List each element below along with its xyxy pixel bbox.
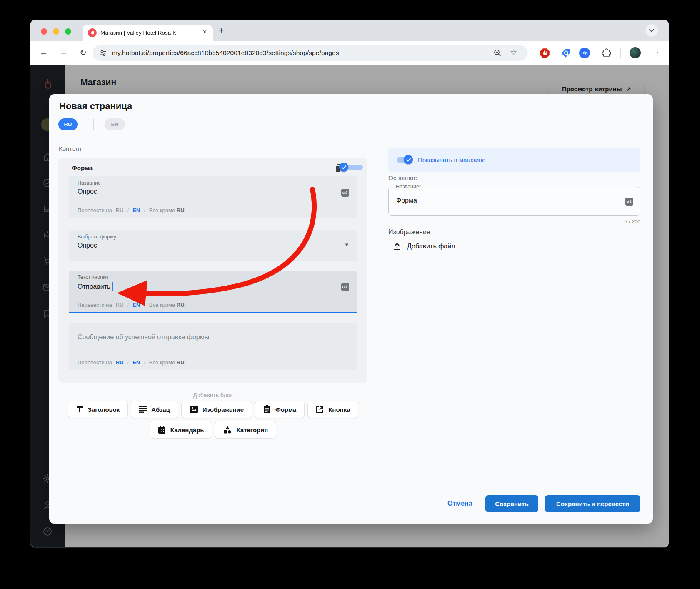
tab-strip: Магазин | Valley Hotel Rosa K × + bbox=[30, 20, 669, 41]
browser-tab[interactable]: Магазин | Valley Hotel Rosa K × bbox=[82, 25, 212, 41]
tab-list-button[interactable] bbox=[645, 24, 658, 37]
add-image-button[interactable]: Изображение bbox=[181, 401, 252, 418]
button-icon bbox=[316, 406, 324, 414]
zoom-out-icon[interactable] bbox=[493, 49, 502, 59]
browser-toolbar: ← → ↻ my.hotbot.ai/properties/66acc810bb… bbox=[30, 41, 669, 65]
bookmark-star-icon[interactable]: ☆ bbox=[510, 48, 517, 57]
lang-tab-en[interactable]: EN bbox=[105, 118, 125, 130]
translate-to-ru[interactable]: RU bbox=[116, 359, 124, 366]
tab-title: Магазин | Valley Hotel Rosa K bbox=[100, 30, 198, 36]
field-value: Форма bbox=[396, 197, 417, 204]
close-button[interactable] bbox=[41, 28, 47, 35]
block-name-field[interactable]: Название Опрос G文 Перевести на RU / EN /… bbox=[69, 176, 357, 218]
add-file-button[interactable]: Добавить файл bbox=[392, 242, 455, 251]
site-favicon-icon bbox=[88, 28, 97, 37]
chevron-down-icon bbox=[649, 29, 654, 32]
header-divider bbox=[49, 140, 653, 140]
profile-avatar[interactable] bbox=[630, 47, 641, 58]
maximize-button[interactable] bbox=[65, 28, 71, 35]
category-icon bbox=[223, 426, 232, 434]
select-form-field[interactable]: Выбрать форму Опрос ▾ bbox=[69, 230, 357, 261]
add-block-label: Добавить блок bbox=[58, 392, 368, 399]
add-calendar-button[interactable]: Календарь bbox=[150, 421, 212, 439]
add-block-row-1: Заголовок Абзац Изображение Форма Кнопка bbox=[58, 401, 368, 418]
new-tab-button[interactable]: + bbox=[219, 25, 224, 35]
price-tag-extension-icon[interactable] bbox=[560, 47, 571, 59]
image-icon bbox=[190, 405, 198, 414]
add-paragraph-button[interactable]: Абзац bbox=[131, 401, 178, 418]
page-name-field[interactable]: Название* Форма G文 bbox=[388, 187, 640, 216]
basic-section-label: Основное bbox=[388, 174, 417, 181]
address-bar[interactable]: my.hotbot.ai/properties/66acc810bb540200… bbox=[92, 45, 528, 61]
add-category-button[interactable]: Категория bbox=[215, 421, 276, 439]
field-value: Опрос bbox=[78, 188, 97, 195]
images-section-label: Изображения bbox=[388, 228, 430, 236]
reload-icon[interactable]: ↻ bbox=[80, 48, 87, 58]
site-settings-icon[interactable] bbox=[99, 49, 107, 59]
field-label: Название bbox=[78, 180, 101, 186]
lang-tab-ru[interactable]: RU bbox=[58, 118, 78, 130]
lang-divider bbox=[93, 119, 94, 130]
browser-menu-icon[interactable]: ⋮ bbox=[654, 48, 661, 57]
text-cursor bbox=[112, 282, 113, 291]
translate-row: Перевести на RU / EN / Все кроме RU bbox=[78, 207, 185, 213]
dropdown-caret-icon[interactable]: ▾ bbox=[345, 241, 348, 248]
forward-icon[interactable]: → bbox=[60, 48, 68, 57]
new-page-dialog: Новая страница RU EN Контент Форма bbox=[49, 94, 653, 524]
translate-row: Перевести на RU / EN / Все кроме RU bbox=[78, 302, 185, 308]
field-value: Опрос bbox=[78, 242, 97, 249]
translate-icon[interactable]: G文 bbox=[625, 198, 633, 206]
translate-all-except[interactable]: Все кроме RU bbox=[149, 302, 185, 308]
success-message-field[interactable]: Сообщение об успешной отправке формы Пер… bbox=[69, 323, 357, 370]
translate-icon[interactable]: G文 bbox=[341, 283, 349, 291]
translate-to-en[interactable]: EN bbox=[132, 359, 140, 366]
content-section-label: Контент bbox=[59, 145, 82, 152]
field-label: Выбрать форму bbox=[78, 234, 116, 240]
back-icon[interactable]: ← bbox=[40, 48, 48, 57]
form-block-card: Форма Название Опрос G文 Перевести н bbox=[58, 158, 368, 383]
adblock-extension-icon[interactable] bbox=[539, 47, 550, 59]
heading-icon bbox=[76, 406, 83, 413]
translate-to-ru[interactable]: RU bbox=[116, 302, 124, 308]
translate-all-except[interactable]: Все кроме RU bbox=[149, 359, 185, 366]
field-placeholder: Сообщение об успешной отправке формы bbox=[78, 333, 209, 341]
puzzle-extensions-icon[interactable] bbox=[600, 47, 611, 59]
translate-all-except[interactable]: Все кроме RU bbox=[149, 207, 185, 213]
cancel-button[interactable]: Отмена bbox=[448, 500, 472, 507]
button-text-field[interactable]: Текст кнопки Отправить G文 Перевести на R… bbox=[69, 271, 357, 313]
toggle-thumb-check-icon bbox=[339, 163, 348, 172]
minimize-button[interactable] bbox=[53, 28, 59, 35]
toolbar-divider bbox=[620, 48, 621, 58]
form-icon bbox=[263, 405, 271, 414]
field-label: Название* bbox=[394, 184, 423, 190]
save-and-translate-button[interactable]: Сохранить и перевести bbox=[545, 495, 640, 512]
translate-to-en[interactable]: EN bbox=[132, 302, 140, 308]
field-label: Текст кнопки bbox=[78, 274, 108, 280]
dialog-title: Новая страница bbox=[59, 101, 132, 112]
toggle-track bbox=[348, 165, 363, 170]
show-in-shop-toggle[interactable] bbox=[397, 157, 412, 163]
add-button-button[interactable]: Кнопка bbox=[308, 401, 358, 418]
web-page: ? Магазин Просмотр витрины ↗ Новая стран… bbox=[30, 65, 669, 547]
upload-icon bbox=[392, 242, 402, 251]
add-form-button[interactable]: Форма bbox=[255, 401, 305, 418]
trip-extension-icon[interactable]: Trip. bbox=[579, 47, 590, 59]
field-value: Отправить bbox=[78, 282, 113, 291]
form-block-title: Форма bbox=[72, 164, 92, 171]
char-counter: 5 / 200 bbox=[388, 219, 640, 225]
show-in-shop-banner: Показывать в магазине bbox=[388, 148, 640, 172]
translate-icon[interactable]: G文 bbox=[341, 189, 349, 197]
save-button[interactable]: Сохранить bbox=[485, 495, 538, 512]
toggle-thumb-check-icon bbox=[404, 155, 413, 164]
translate-to-en[interactable]: EN bbox=[132, 207, 140, 213]
paragraph-icon bbox=[139, 406, 147, 413]
tab-close-icon[interactable]: × bbox=[203, 28, 207, 36]
url-text: my.hotbot.ai/properties/66acc810bb540200… bbox=[112, 49, 339, 57]
calendar-icon bbox=[158, 426, 166, 434]
add-heading-button[interactable]: Заголовок bbox=[68, 401, 128, 418]
add-block-row-2: Календарь Категория bbox=[58, 421, 368, 439]
translate-row: Перевести на RU / EN / Все кроме RU bbox=[78, 359, 185, 366]
show-in-shop-label: Показывать в магазине bbox=[418, 156, 486, 163]
browser-window: Магазин | Valley Hotel Rosa K × + ← → ↻ … bbox=[30, 20, 669, 547]
translate-to-ru[interactable]: RU bbox=[116, 207, 124, 213]
